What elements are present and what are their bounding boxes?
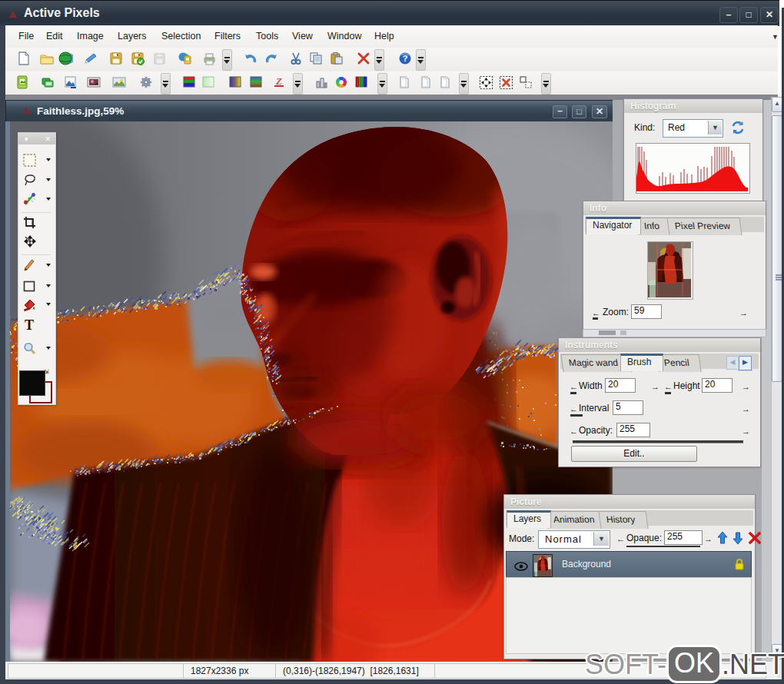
- svg-text:Z: Z: [275, 75, 282, 87]
- svg-text:?: ?: [403, 54, 408, 63]
- svg-text:T: T: [25, 317, 34, 333]
